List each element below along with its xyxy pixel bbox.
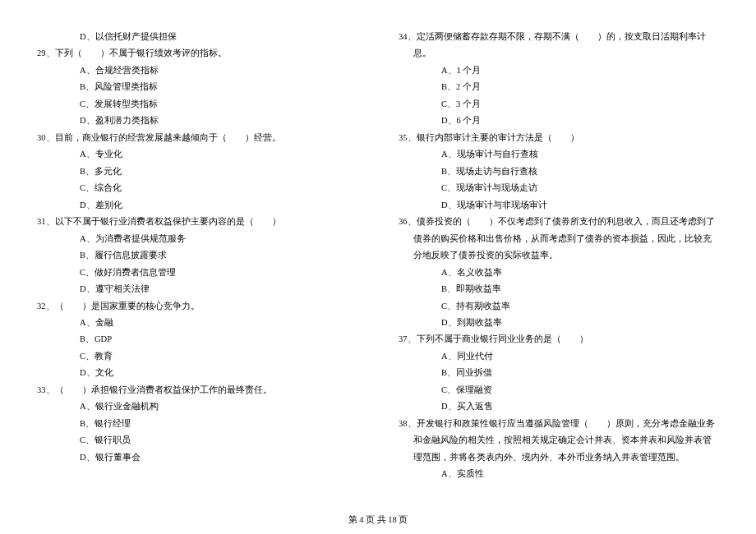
question-33-option-c: C、银行职员 [37,432,357,449]
question-32-stem: 32、（ ）是国家重要的核心竞争力。 [37,298,357,315]
question-38-option-a: A、实质性 [399,466,719,482]
question-37-option-c: C、保理融资 [399,382,719,398]
question-37-option-b: B、同业拆借 [399,365,719,381]
question-29-option-c: C、发展转型类指标 [37,96,357,113]
question-35-stem: 35、银行内部审计主要的审计方法是（ ） [399,130,719,146]
question-32-option-a: A、金融 [37,315,357,331]
question-30-option-a: A、专业化 [37,146,357,163]
question-34-stem: 34、定活两便储蓄存款存期不限，存期不满（ ）的，按支取日活期利率计息。 [399,29,719,62]
question-32-option-b: B、GDP [37,331,357,348]
question-31-option-d: D、遵守相关法律 [37,281,357,297]
question-36-option-c: C、持有期收益率 [399,298,719,315]
question-31-stem: 31、以下不属于银行业消费者权益保护主要内容的是（ ） [37,214,357,230]
question-36-option-d: D、到期收益率 [399,315,719,331]
question-37-option-d: D、买入返售 [399,398,719,415]
question-33-option-b: B、银行经理 [37,416,357,432]
question-36-option-a: A、名义收益率 [399,265,719,281]
question-38-stem: 38、开发银行和政策性银行应当遵循风险管理（ ）原则，充分考虑金融业务和金融风险… [399,416,719,466]
question-33-stem: 33、（ ）承担银行业消费者权益保护工作的最终责任。 [37,382,357,398]
question-30-option-c: C、综合化 [37,180,357,196]
question-31-option-a: A、为消费者提供规范服务 [37,231,357,247]
question-30-option-d: D、差别化 [37,197,357,214]
question-34-option-a: A、1 个月 [399,62,719,79]
question-35-option-d: D、现场审计与非现场审计 [399,197,719,214]
question-29-option-a: A、合规经营类指标 [37,62,357,79]
question-36-stem: 36、债券投资的（ ）不仅考虑到了债券所支付的利息收入，而且还考虑到了债券的购买… [399,214,719,264]
question-34-option-d: D、6 个月 [399,113,719,129]
question-35-option-a: A、现场审计与自行查核 [399,146,719,163]
question-32-option-c: C、教育 [37,348,357,365]
question-37-stem: 37、下列不属于商业银行同业业务的是（ ） [399,331,719,348]
question-30-option-b: B、多元化 [37,163,357,180]
question-34-option-c: C、3 个月 [399,96,719,113]
question-29-option-b: B、风险管理类指标 [37,79,357,95]
question-35-option-b: B、现场走访与自行查核 [399,163,719,180]
question-33-option-a: A、银行业金融机构 [37,398,357,415]
question-29-stem: 29、下列（ ）不属于银行绩效考评的指标。 [37,45,357,62]
question-29-option-d: D、盈利潜力类指标 [37,113,357,129]
left-column: D、以信托财产提供担保 29、下列（ ）不属于银行绩效考评的指标。 A、合规经营… [37,29,357,493]
question-31-option-b: B、履行信息披露要求 [37,247,357,264]
page-footer: 第 4 页 共 18 页 [0,514,756,526]
orphan-option: D、以信托财产提供担保 [37,29,357,45]
question-33-option-d: D、银行董事会 [37,449,357,466]
right-column: 34、定活两便储蓄存款存期不限，存期不满（ ）的，按支取日活期利率计息。 A、1… [399,29,719,493]
question-34-option-b: B、2 个月 [399,79,719,95]
question-36-option-b: B、即期收益率 [399,281,719,297]
question-30-stem: 30、目前，商业银行的经营发展越来越倾向于（ ）经营。 [37,130,357,146]
question-32-option-d: D、文化 [37,365,357,381]
question-37-option-a: A、同业代付 [399,348,719,365]
question-35-option-c: C、现场审计与现场走访 [399,180,719,196]
question-31-option-c: C、做好消费者信息管理 [37,265,357,281]
